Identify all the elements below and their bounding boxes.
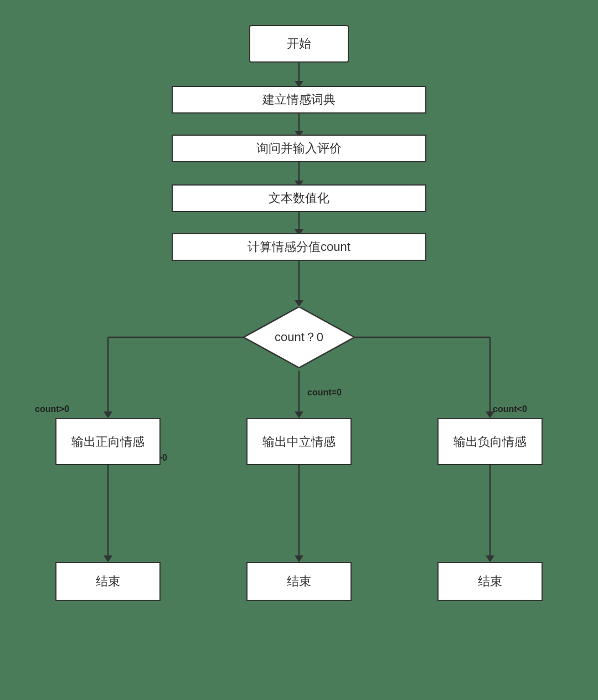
start-label: 开始 <box>287 35 311 52</box>
svg-marker-23 <box>486 555 494 562</box>
calc-count-box: 计算情感分值count <box>172 233 426 261</box>
vectorize-box: 文本数值化 <box>172 184 426 212</box>
end-left-label: 结束 <box>96 573 120 590</box>
end-right-box: 结束 <box>437 562 543 601</box>
svg-marker-17 <box>295 411 303 418</box>
output-negative-label: 输出负向情感 <box>453 434 527 450</box>
output-positive-box: 输出正向情感 <box>55 418 161 465</box>
calc-count-label: 计算情感分值count <box>248 239 350 255</box>
svg-marker-12 <box>104 411 112 418</box>
svg-marker-19 <box>104 555 112 562</box>
edge-label-count-gt0: count>0 <box>35 404 69 414</box>
output-positive-label: 输出正向情感 <box>71 434 145 450</box>
end-right-label: 结束 <box>478 573 502 590</box>
input-review-box: 询问并输入评价 <box>172 135 426 162</box>
decision-label: count？0 <box>275 329 323 346</box>
build-dict-label: 建立情感词典 <box>262 91 336 108</box>
start-box: 开始 <box>249 25 349 63</box>
output-neutral-box: 输出中立情感 <box>246 418 352 465</box>
flowchart: 开始 建立情感词典 询问并输入评价 文本数值化 计算情感分值count coun… <box>0 0 598 700</box>
end-center-label: 结束 <box>287 573 311 590</box>
svg-marker-21 <box>295 555 303 562</box>
output-neutral-label: 输出中立情感 <box>262 434 336 450</box>
end-center-box: 结束 <box>246 562 352 601</box>
vectorize-label: 文本数值化 <box>269 190 329 207</box>
edge-label-count-lt0: count<0 <box>493 404 527 414</box>
output-negative-box: 输出负向情感 <box>437 418 543 465</box>
input-review-label: 询问并输入评价 <box>256 140 342 157</box>
svg-marker-9 <box>295 300 303 307</box>
decision-diamond: count？0 <box>244 307 354 368</box>
end-left-box: 结束 <box>55 562 161 601</box>
build-dict-box: 建立情感词典 <box>172 86 426 114</box>
edge-label-count-eq0: count=0 <box>307 388 342 398</box>
